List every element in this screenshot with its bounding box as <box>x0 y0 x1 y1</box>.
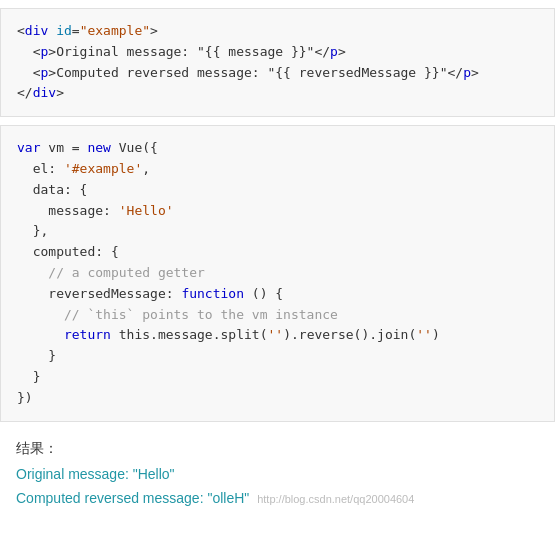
page-wrapper: <div id="example"> <p>Original message: … <box>0 8 555 524</box>
watermark-text: http://blog.csdn.net/qq20004604 <box>257 493 414 505</box>
html-code-block: <div id="example"> <p>Original message: … <box>0 8 555 117</box>
html-attr-val-example: "example" <box>80 23 150 38</box>
result-section: 结果： Original message: "Hello" Computed r… <box>0 430 555 524</box>
result-computed-text: Computed reversed message: "olleH" <box>16 490 249 506</box>
result-computed: Computed reversed message: "olleH" http:… <box>16 490 539 506</box>
html-line1-punc: < <box>17 23 25 38</box>
js-code-block: var vm = new Vue({ el: '#example', data:… <box>0 125 555 421</box>
html-code-pre: <div id="example"> <p>Original message: … <box>17 21 538 104</box>
html-tag-div: div <box>25 23 48 38</box>
result-label: 结果： <box>16 440 539 458</box>
result-original: Original message: "Hello" <box>16 466 539 482</box>
html-attr-id: id <box>56 23 72 38</box>
js-code-pre: var vm = new Vue({ el: '#example', data:… <box>17 138 538 408</box>
var-keyword: var <box>17 140 40 155</box>
